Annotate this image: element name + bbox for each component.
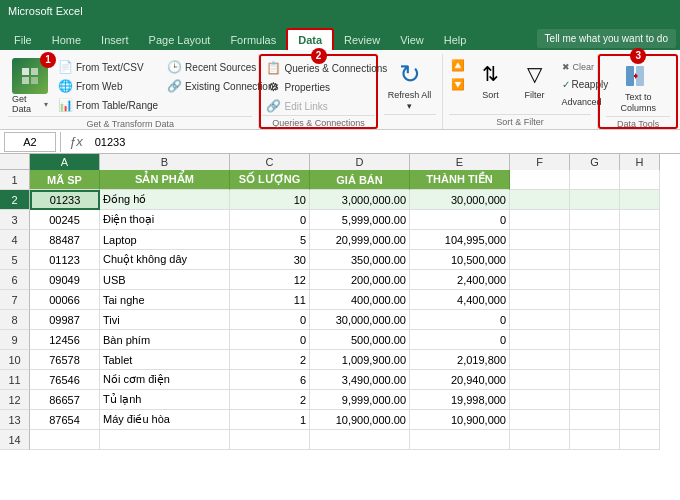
cell-c4[interactable]: 5 [230, 230, 310, 250]
cell-f11[interactable] [510, 370, 570, 390]
cell-d7[interactable]: 400,000.00 [310, 290, 410, 310]
cell-h10[interactable] [620, 350, 660, 370]
cell-h6[interactable] [620, 270, 660, 290]
cell-b8[interactable]: Tivi [100, 310, 230, 330]
cell-b13[interactable]: Máy điều hòa [100, 410, 230, 430]
cell-d3[interactable]: 5,999,000.00 [310, 210, 410, 230]
cell-c1[interactable]: SỐ LƯỢNG [230, 170, 310, 190]
cell-d10[interactable]: 1,009,900.00 [310, 350, 410, 370]
cell-g7[interactable] [570, 290, 620, 310]
sort-az-button[interactable]: 🔼 [449, 56, 467, 74]
cell-b14[interactable] [100, 430, 230, 450]
cell-a10[interactable]: 76578 [30, 350, 100, 370]
cell-d6[interactable]: 200,000.00 [310, 270, 410, 290]
col-header-c[interactable]: C [230, 154, 310, 170]
col-header-h[interactable]: H [620, 154, 660, 170]
cell-b12[interactable]: Tủ lạnh [100, 390, 230, 410]
tab-help[interactable]: Help [434, 30, 477, 50]
cell-f4[interactable] [510, 230, 570, 250]
tab-formulas[interactable]: Formulas [220, 30, 286, 50]
cell-a14[interactable] [30, 430, 100, 450]
cell-c7[interactable]: 11 [230, 290, 310, 310]
queries-connections-button[interactable]: 📋 Queries & Connections [262, 59, 390, 77]
cell-c3[interactable]: 0 [230, 210, 310, 230]
cell-a5[interactable]: 01123 [30, 250, 100, 270]
refresh-all-button[interactable]: ↻ Refresh All ▾ [384, 56, 436, 114]
cell-d1[interactable]: GIÁ BÁN [310, 170, 410, 190]
cell-e9[interactable]: 0 [410, 330, 510, 350]
cell-b10[interactable]: Tablet [100, 350, 230, 370]
cell-d12[interactable]: 9,999,000.00 [310, 390, 410, 410]
cell-d9[interactable]: 500,000.00 [310, 330, 410, 350]
cell-a13[interactable]: 87654 [30, 410, 100, 430]
cell-c9[interactable]: 0 [230, 330, 310, 350]
cell-e2[interactable]: 30,000,000 [410, 190, 510, 210]
cell-a3[interactable]: 00245 [30, 210, 100, 230]
tab-insert[interactable]: Insert [91, 30, 139, 50]
tell-me-input[interactable]: Tell me what you want to do [537, 29, 676, 48]
cell-f14[interactable] [510, 430, 570, 450]
cell-d13[interactable]: 10,900,000.00 [310, 410, 410, 430]
col-header-b[interactable]: B [100, 154, 230, 170]
cell-b7[interactable]: Tai nghe [100, 290, 230, 310]
cell-c12[interactable]: 2 [230, 390, 310, 410]
cell-b6[interactable]: USB [100, 270, 230, 290]
cell-h8[interactable] [620, 310, 660, 330]
sort-za-button[interactable]: 🔽 [449, 75, 467, 93]
cell-c5[interactable]: 30 [230, 250, 310, 270]
formula-input[interactable] [91, 132, 676, 152]
cell-f10[interactable] [510, 350, 570, 370]
cell-e6[interactable]: 2,400,000 [410, 270, 510, 290]
cell-h4[interactable] [620, 230, 660, 250]
from-web-button[interactable]: 🌐 From Web [54, 77, 161, 95]
cell-e13[interactable]: 10,900,000 [410, 410, 510, 430]
cell-c6[interactable]: 12 [230, 270, 310, 290]
cell-b5[interactable]: Chuột không dây [100, 250, 230, 270]
filter-button[interactable]: ▽ Filter [515, 56, 555, 103]
properties-button[interactable]: ⚙ Properties [262, 78, 390, 96]
col-header-a[interactable]: A [30, 154, 100, 170]
cell-g5[interactable] [570, 250, 620, 270]
cell-e14[interactable] [410, 430, 510, 450]
cell-a7[interactable]: 00066 [30, 290, 100, 310]
cell-f8[interactable] [510, 310, 570, 330]
cell-h12[interactable] [620, 390, 660, 410]
cell-a1[interactable]: MÃ SP [30, 170, 100, 190]
cell-d5[interactable]: 350,000.00 [310, 250, 410, 270]
cell-b1[interactable]: SẢN PHẨM [100, 170, 230, 190]
cell-c14[interactable] [230, 430, 310, 450]
cell-e11[interactable]: 20,940,000 [410, 370, 510, 390]
cell-h1[interactable] [620, 170, 660, 190]
cell-a11[interactable]: 76546 [30, 370, 100, 390]
cell-f7[interactable] [510, 290, 570, 310]
cell-g13[interactable] [570, 410, 620, 430]
cell-h11[interactable] [620, 370, 660, 390]
cell-f3[interactable] [510, 210, 570, 230]
cell-d4[interactable]: 20,999,000.00 [310, 230, 410, 250]
edit-links-button[interactable]: 🔗 Edit Links [262, 97, 390, 115]
cell-h9[interactable] [620, 330, 660, 350]
cell-b3[interactable]: Điện thoại [100, 210, 230, 230]
cell-c11[interactable]: 6 [230, 370, 310, 390]
from-text-csv-button[interactable]: 📄 From Text/CSV [54, 58, 161, 76]
cell-g12[interactable] [570, 390, 620, 410]
tab-file[interactable]: File [4, 30, 42, 50]
cell-h2[interactable] [620, 190, 660, 210]
cell-g3[interactable] [570, 210, 620, 230]
cell-e1[interactable]: THÀNH TIỀN [410, 170, 510, 190]
cell-g11[interactable] [570, 370, 620, 390]
tab-data[interactable]: Data [286, 28, 334, 50]
cell-e7[interactable]: 4,400,000 [410, 290, 510, 310]
cell-f1[interactable] [510, 170, 570, 190]
cell-a4[interactable]: 88487 [30, 230, 100, 250]
cell-e8[interactable]: 0 [410, 310, 510, 330]
cell-c13[interactable]: 1 [230, 410, 310, 430]
cell-g1[interactable] [570, 170, 620, 190]
cell-b4[interactable]: Laptop [100, 230, 230, 250]
cell-a2[interactable]: 01233 [30, 190, 100, 210]
cell-g14[interactable] [570, 430, 620, 450]
from-table-button[interactable]: 📊 From Table/Range [54, 96, 161, 114]
cell-h5[interactable] [620, 250, 660, 270]
text-to-columns-button[interactable]: Text to Columns [606, 58, 670, 116]
cell-b2[interactable]: Đồng hồ [100, 190, 230, 210]
